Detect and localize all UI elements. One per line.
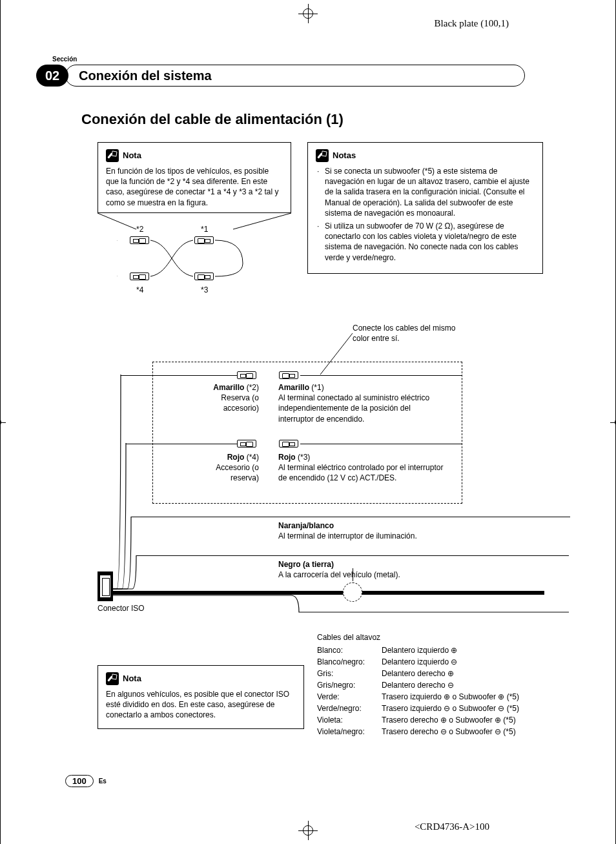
page-lang: Es — [99, 777, 107, 785]
note2-item-0: Si se conecta un subwoofer (*5) a este s… — [321, 166, 535, 218]
table-row: Blanco:Delantero izquierdo ⊕ — [317, 644, 575, 656]
table-row: Violeta/negro:Trasero derecho ⊖ o Subwoo… — [317, 726, 575, 737]
table-row: Violeta:Trasero derecho ⊕ o Subwoofer ⊕ … — [317, 714, 575, 726]
note-box-2: Notas Si se conecta un subwoofer (*5) a … — [307, 142, 543, 274]
section-title: Conexión del sistema — [65, 65, 525, 87]
callout-line-icon — [98, 213, 291, 232]
wire-amarillo2: Amarillo (*2) Reserva (o accesorio) — [207, 382, 259, 414]
note1-title: Nota — [123, 150, 141, 161]
crop-right — [610, 413, 616, 432]
page: Black plate (100,1) Sección 02 Conexión … — [0, 0, 616, 844]
wire-rojo4: Rojo (*4) Accesorio (o reserva) — [207, 452, 259, 484]
note-box-1: Nota En función de los tipos de vehículo… — [98, 142, 291, 213]
page-number: 100 Es — [65, 775, 107, 787]
page-number-value: 100 — [65, 775, 94, 787]
cross-lines-icon — [117, 226, 265, 297]
section-label: Sección — [52, 56, 77, 63]
page-title: Conexión del cable de alimentación (1) — [81, 111, 344, 128]
wire-naranja: Naranja/blanco Al terminal de interrupto… — [278, 520, 420, 541]
wire-rojo3: Rojo (*3) Al terminal eléctrico controla… — [278, 452, 446, 484]
table-row: Blanco/negro:Delantero izquierdo ⊖ — [317, 656, 575, 668]
content-area: Black plate (100,1) Sección 02 Conexión … — [36, 0, 580, 844]
crop-left — [0, 413, 6, 432]
section-header: 02 Conexión del sistema — [36, 65, 525, 87]
note-box-3: Nota En algunos vehículos, es posible qu… — [98, 665, 304, 729]
connector-icon — [237, 371, 256, 379]
iso-connector-icon — [98, 571, 113, 601]
pencil-icon — [316, 149, 329, 162]
table-row: Verde/negro:Trasero izquierdo ⊖ o Subwoo… — [317, 703, 575, 714]
note1-body: En función de los tipos de vehículos, es… — [106, 166, 283, 208]
section-title-text: Conexión del sistema — [79, 68, 212, 83]
note2-item-1: Si utiliza un subwoofer de 70 W (2 Ω), a… — [321, 221, 535, 263]
pencil-icon — [106, 149, 119, 162]
note2-title: Notas — [333, 150, 356, 161]
cross-diagram: *2 *1 *4 *3 — [117, 226, 265, 297]
ground-bar — [104, 591, 544, 595]
iso-connector-label: Conector ISO — [98, 604, 145, 613]
connector-icon — [279, 371, 298, 379]
section-number: 02 — [36, 65, 68, 87]
footer-code: <CRD4736-A>100 — [415, 821, 489, 832]
table-row: Verde:Trasero izquierdo ⊕ o Subwoofer ⊕ … — [317, 691, 575, 703]
cable-tie-icon — [343, 582, 362, 602]
speaker-head: Cables del altavoz — [317, 632, 575, 643]
tie-pointer-icon — [353, 568, 353, 581]
wire-negro: Negro (a tierra) A la carrocería del veh… — [278, 559, 420, 580]
same-color-note: Conecte los cables del mismo color entre… — [353, 323, 462, 344]
connector-icon — [279, 440, 298, 448]
wire-amarillo1: Amarillo (*1) Al terminal conectado al s… — [278, 382, 446, 424]
note3-body: En algunos vehículos, es posible que el … — [106, 689, 296, 721]
note3-title: Nota — [123, 673, 141, 684]
table-row: Gris/negro:Delantero derecho ⊖ — [317, 679, 575, 691]
speaker-curve-icon — [98, 589, 575, 634]
pencil-icon — [106, 672, 119, 685]
table-row: Gris:Delantero derecho ⊕ — [317, 668, 575, 679]
wiring-diagram: Amarillo (*2) Reserva (o accesorio) Amar… — [98, 362, 544, 630]
plate-info: Black plate (100,1) — [435, 18, 509, 29]
speaker-cable-list: Cables del altavoz Blanco:Delantero izqu… — [317, 632, 575, 737]
connector-icon — [237, 440, 256, 448]
